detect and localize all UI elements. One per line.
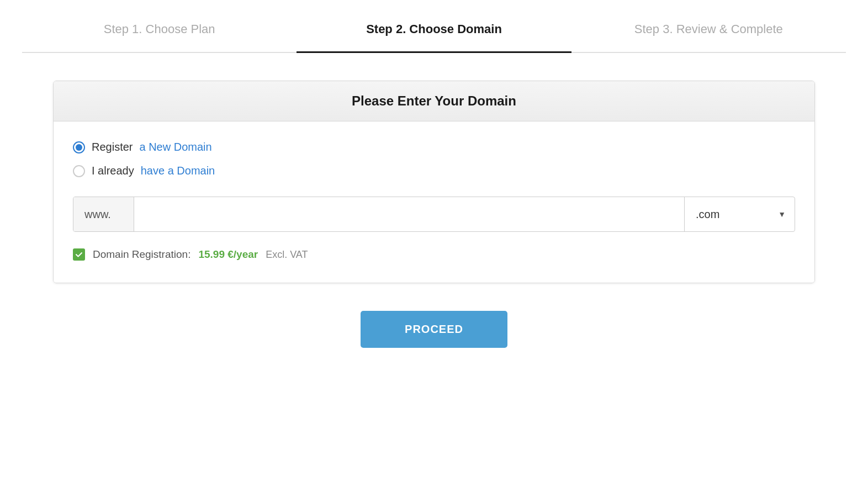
card-header-title: Please Enter Your Domain [70, 93, 798, 109]
step-3[interactable]: Step 3. Review & Complete [571, 0, 846, 52]
registration-label: Domain Registration: [93, 248, 190, 261]
domain-card-body: Register a New Domain I already have a D… [54, 121, 814, 283]
registration-checkbox[interactable] [73, 248, 85, 261]
proceed-button[interactable]: PROCEED [361, 311, 507, 348]
checkmark-icon [75, 251, 83, 258]
main-content: Please Enter Your Domain Register a New … [53, 81, 815, 348]
step-1-label: Step 1. Choose Plan [104, 22, 215, 36]
registration-row: Domain Registration: 15.99 €/year Excl. … [73, 248, 795, 261]
registration-price: 15.99 €/year [198, 248, 258, 261]
radio-new-domain-circle [73, 141, 85, 153]
domain-prefix: www. [73, 197, 134, 231]
step-2-label: Step 2. Choose Domain [366, 22, 502, 36]
radio-new-domain-prefix: Register [92, 141, 133, 153]
domain-text-input[interactable] [134, 197, 684, 231]
steps-header: Step 1. Choose Plan Step 2. Choose Domai… [22, 0, 846, 53]
domain-input-row: www. .com .net .org .io .co.uk ▼ [73, 197, 795, 232]
radio-new-domain[interactable]: Register a New Domain [73, 141, 795, 153]
step-1[interactable]: Step 1. Choose Plan [22, 0, 297, 52]
step-2[interactable]: Step 2. Choose Domain [297, 0, 571, 52]
radio-existing-domain-circle [73, 165, 85, 177]
step-3-label: Step 3. Review & Complete [634, 22, 783, 36]
domain-card: Please Enter Your Domain Register a New … [53, 81, 815, 283]
registration-vat: Excl. VAT [266, 249, 308, 261]
radio-existing-domain-link: have a Domain [141, 165, 215, 177]
tld-wrapper: .com .net .org .io .co.uk ▼ [684, 197, 795, 231]
tld-select[interactable]: .com .net .org .io .co.uk [685, 197, 795, 231]
domain-card-header: Please Enter Your Domain [54, 81, 814, 121]
radio-new-domain-link: a New Domain [139, 141, 211, 153]
radio-existing-domain[interactable]: I already have a Domain [73, 165, 795, 177]
radio-group: Register a New Domain I already have a D… [73, 141, 795, 177]
radio-existing-domain-prefix: I already [92, 165, 134, 177]
proceed-wrapper: PROCEED [53, 311, 815, 348]
